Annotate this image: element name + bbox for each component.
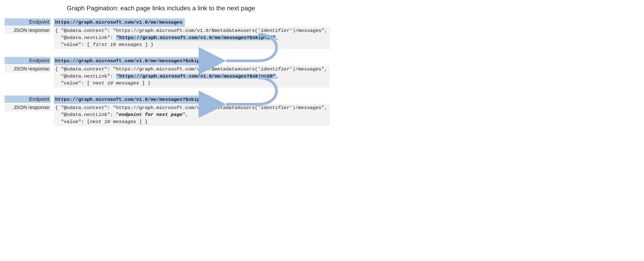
json-label: JSON response:: [4, 27, 50, 34]
json-body: { "@odata.context": "https://graph.micro…: [54, 65, 330, 87]
next-link-placeholder: endpoint for next page: [119, 112, 182, 117]
json-body: { "@odata.context": "https://graph.micro…: [54, 27, 330, 49]
endpoint-label: Endpoint:: [4, 95, 50, 103]
endpoint-row: Endpoint: https://graph.microsoft.com/v1…: [4, 18, 318, 27]
diagram-title: Graph Pagination: each page links includ…: [4, 4, 318, 12]
endpoint-value: https://graph.microsoft.com/v1.0/me/mess…: [54, 57, 211, 65]
json-row: JSON response: { "@odata.context": "http…: [4, 65, 318, 87]
json-body: { "@odata.context": "https://graph.micro…: [54, 104, 330, 126]
page-block-2: Endpoint: https://graph.microsoft.com/v1…: [4, 57, 318, 88]
endpoint-label: Endpoint:: [4, 18, 50, 26]
endpoint-value: https://graph.microsoft.com/v1.0/me/mess…: [54, 95, 211, 104]
json-label: JSON response:: [4, 65, 50, 72]
page-block-1: Endpoint: https://graph.microsoft.com/v1…: [4, 18, 318, 49]
next-link-highlight: "https://graph.microsoft.com/v1.0/me/mes…: [116, 74, 276, 79]
json-row: JSON response: { "@odata.context": "http…: [4, 27, 318, 49]
next-link-highlight: "https://graph.microsoft.com/v1.0/me/mes…: [116, 35, 276, 40]
endpoint-row: Endpoint: https://graph.microsoft.com/v1…: [4, 57, 318, 65]
endpoint-row: Endpoint: https://graph.microsoft.com/v1…: [4, 95, 318, 104]
page-block-3: Endpoint: https://graph.microsoft.com/v1…: [4, 95, 318, 126]
json-label: JSON response:: [4, 104, 50, 111]
diagram-canvas: Graph Pagination: each page links includ…: [0, 0, 322, 143]
json-row: JSON response: { "@odata.context": "http…: [4, 104, 318, 126]
endpoint-label: Endpoint:: [4, 57, 50, 64]
endpoint-value: https://graph.microsoft.com/v1.0/me/mess…: [54, 18, 185, 27]
